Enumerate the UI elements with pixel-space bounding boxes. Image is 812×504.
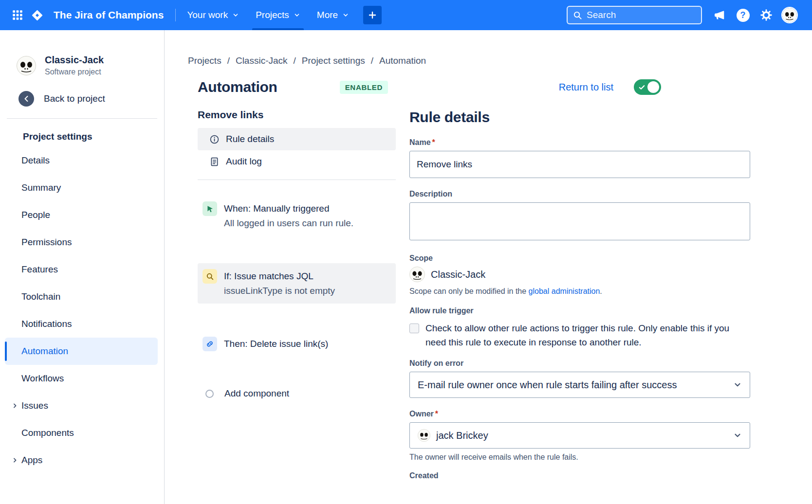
nav-your-work[interactable]: Your work xyxy=(179,0,247,30)
notify-on-error-value: E-mail rule owner once when rule starts … xyxy=(418,379,677,391)
sidebar-item-automation[interactable]: Automation xyxy=(5,338,158,365)
breadcrumb-projects[interactable]: Projects xyxy=(188,55,221,66)
scope-note: Scope can only be modified in the global… xyxy=(409,287,750,296)
required-asterisk: * xyxy=(432,138,435,146)
sidebar-item-toolchain[interactable]: Toolchain xyxy=(5,283,158,310)
help-icon: ? xyxy=(737,9,750,22)
nav-more[interactable]: More xyxy=(309,0,357,30)
if-condition-title: If: Issue matches JQL xyxy=(224,269,335,284)
settings-button[interactable] xyxy=(757,5,776,25)
app-title: The Jira of Champions xyxy=(54,9,164,21)
chevron-down-icon xyxy=(232,12,239,18)
profile-button[interactable] xyxy=(780,5,799,25)
if-condition-text: If: Issue matches JQL issueLinkType is n… xyxy=(224,269,335,298)
tab-audit-log[interactable]: Audit log xyxy=(198,150,396,173)
description-textarea[interactable] xyxy=(409,202,750,240)
project-name: Classic-Jack xyxy=(45,54,104,66)
description-label: Description xyxy=(409,190,750,198)
back-to-project-label: Back to project xyxy=(44,93,105,104)
owner-select[interactable]: jack Brickey xyxy=(409,422,750,449)
sidebar-item-people[interactable]: People xyxy=(5,201,158,229)
back-arrow-icon xyxy=(18,91,34,107)
panel-divider xyxy=(198,180,396,180)
scope-label: Scope xyxy=(409,254,750,263)
required-asterisk: * xyxy=(435,410,438,418)
topbar-actions: ? xyxy=(710,5,799,25)
sidebar-item-components[interactable]: Components xyxy=(5,419,158,447)
page-header: Automation ENABLED Return to list xyxy=(165,66,812,95)
rule-details-form: Rule details Name* Description Scope xyxy=(409,109,750,484)
allow-rule-trigger-checkbox[interactable] xyxy=(409,324,419,333)
project-header: Classic-Jack Software project xyxy=(0,30,164,76)
then-action-title: Then: Delete issue link(s) xyxy=(224,337,328,351)
sidebar-item-workflows[interactable]: Workflows xyxy=(5,365,158,392)
settings-gear-icon xyxy=(760,9,773,21)
when-trigger-text: When: Manually triggered All logged in u… xyxy=(224,201,353,230)
breadcrumb-project[interactable]: Classic-Jack xyxy=(236,55,288,66)
help-button[interactable]: ? xyxy=(733,5,753,25)
when-trigger-title: When: Manually triggered xyxy=(224,201,353,216)
breadcrumb-automation[interactable]: Automation xyxy=(379,55,426,66)
user-avatar xyxy=(781,7,798,23)
nav-more-label: More xyxy=(317,10,338,20)
allow-rule-trigger-text: Check to allow other rule actions to tri… xyxy=(425,321,748,349)
allow-rule-trigger-label: Allow rule trigger xyxy=(409,306,750,315)
rule-name-heading: Remove links xyxy=(198,109,396,121)
breadcrumb-separator: / xyxy=(371,55,373,66)
scope-project-avatar xyxy=(409,267,425,282)
project-avatar xyxy=(17,56,36,75)
app-switcher-button[interactable] xyxy=(8,5,27,25)
owner-note: The owner will receive emails when the r… xyxy=(409,453,750,462)
back-to-project[interactable]: Back to project xyxy=(0,76,164,118)
sidebar-item-details[interactable]: Details xyxy=(5,147,158,174)
primary-nav: Your work Projects More xyxy=(179,0,357,30)
settings-nav: Details Summary People Permissions Featu… xyxy=(0,147,164,474)
toggle-knob xyxy=(647,81,659,93)
sidebar-item-issues[interactable]: Issues xyxy=(5,392,158,419)
notify-on-error-label: Notify on error xyxy=(409,359,750,368)
status-badge: ENABLED xyxy=(340,81,388,94)
project-type: Software project xyxy=(45,68,104,76)
search-box[interactable] xyxy=(567,6,702,24)
plus-icon xyxy=(368,10,377,20)
unlink-icon xyxy=(203,337,217,351)
created-label: Created xyxy=(409,471,750,480)
project-meta: Classic-Jack Software project xyxy=(45,54,104,76)
sidebar-item-notifications[interactable]: Notifications xyxy=(5,310,158,338)
nav-projects[interactable]: Projects xyxy=(247,0,309,30)
create-button[interactable] xyxy=(363,6,382,24)
then-action-component[interactable]: Then: Delete issue link(s) xyxy=(198,331,396,357)
rule-enabled-toggle[interactable] xyxy=(634,79,661,95)
owner-avatar xyxy=(418,429,430,442)
announcements-button[interactable] xyxy=(710,5,729,25)
rule-name-input[interactable] xyxy=(409,151,750,178)
if-condition-component[interactable]: If: Issue matches JQL issueLinkType is n… xyxy=(198,263,396,304)
add-component-button[interactable]: Add component xyxy=(198,388,396,399)
sidebar-item-summary[interactable]: Summary xyxy=(5,174,158,201)
megaphone-icon xyxy=(714,9,725,21)
app-switcher-icon xyxy=(11,9,24,21)
return-to-list-link[interactable]: Return to list xyxy=(559,82,613,93)
jira-logo xyxy=(27,5,47,25)
project-sidebar: Classic-Jack Software project Back to pr… xyxy=(0,30,165,504)
radio-circle-icon xyxy=(205,390,214,398)
breadcrumb-project-settings[interactable]: Project settings xyxy=(302,55,365,66)
breadcrumb-separator: / xyxy=(294,55,296,66)
when-trigger-component[interactable]: When: Manually triggered All logged in u… xyxy=(198,196,396,236)
sidebar-item-apps[interactable]: Apps xyxy=(5,447,158,474)
sidebar-item-features[interactable]: Features xyxy=(5,256,158,283)
topbar-divider xyxy=(175,9,176,21)
search-icon xyxy=(573,11,582,20)
global-administration-link[interactable]: global administration xyxy=(529,287,600,295)
cursor-icon xyxy=(203,201,217,216)
search-input[interactable] xyxy=(587,10,696,20)
owner-value: jack Brickey xyxy=(436,430,488,441)
check-icon xyxy=(638,84,646,91)
nav-projects-label: Projects xyxy=(256,10,289,20)
tab-rule-details[interactable]: Rule details xyxy=(198,128,396,150)
notify-on-error-select[interactable]: E-mail rule owner once when rule starts … xyxy=(409,372,750,398)
project-settings-heading: Project settings xyxy=(0,119,164,147)
nav-your-work-label: Your work xyxy=(187,10,228,20)
sidebar-item-permissions[interactable]: Permissions xyxy=(5,229,158,256)
main-content: Projects / Classic-Jack / Project settin… xyxy=(165,30,812,504)
